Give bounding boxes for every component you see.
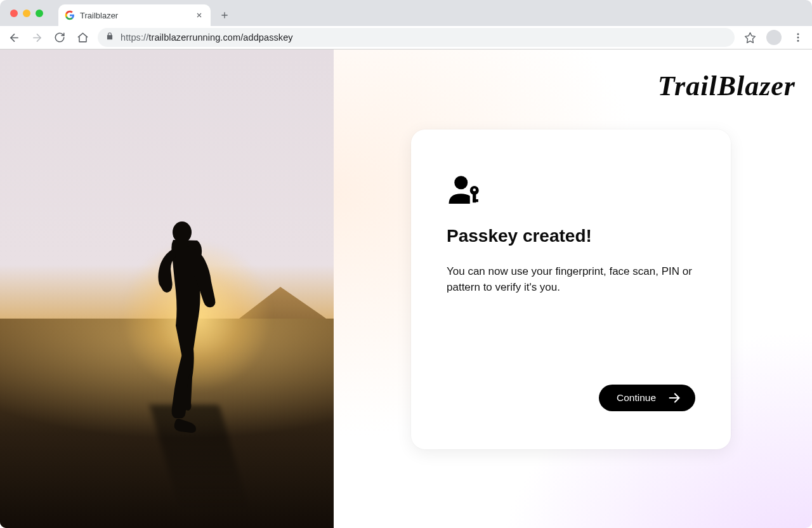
card-body-text: You can now use your fingerprint, face s… — [447, 264, 695, 295]
tab-close-button[interactable] — [194, 10, 204, 20]
browser-chrome: Trailblazer https://trailblazerrunnin — [0, 0, 812, 50]
svg-point-3 — [173, 221, 192, 243]
svg-point-4 — [454, 176, 468, 189]
nav-reload-button[interactable] — [52, 30, 67, 45]
svg-point-1 — [797, 37, 799, 39]
arrow-right-icon — [667, 391, 681, 405]
tab-title: Trailblazer — [80, 11, 189, 20]
nav-home-button[interactable] — [75, 30, 90, 45]
page-viewport: TrailBlazer Passkey created! You can now… — [0, 50, 812, 528]
passkey-icon — [447, 174, 482, 207]
content-panel: TrailBlazer Passkey created! You can now… — [334, 50, 812, 528]
lock-icon — [105, 32, 114, 43]
nav-back-button[interactable] — [6, 30, 22, 45]
window-fullscreen-button[interactable] — [36, 10, 43, 17]
svg-point-2 — [797, 40, 799, 42]
brand-logo: TrailBlazer — [658, 70, 796, 102]
window-controls — [6, 0, 47, 26]
browser-menu-button[interactable] — [790, 30, 806, 45]
new-tab-button[interactable] — [216, 6, 233, 24]
profile-avatar[interactable] — [766, 30, 782, 45]
card-heading: Passkey created! — [447, 226, 695, 246]
svg-rect-7 — [473, 199, 478, 202]
tab-strip: Trailblazer — [0, 0, 812, 26]
passkey-card: Passkey created! You can now use your fi… — [411, 129, 731, 449]
runner-silhouette — [143, 221, 232, 437]
browser-toolbar: https://trailblazerrunning.com/addpasske… — [0, 26, 812, 49]
toolbar-right — [742, 30, 806, 45]
continue-label: Continue — [617, 392, 656, 404]
svg-point-0 — [797, 33, 799, 35]
url-text: https://trailblazerrunning.com/addpasske… — [121, 32, 293, 43]
url-bar[interactable]: https://trailblazerrunning.com/addpasske… — [98, 28, 735, 47]
bookmark-button[interactable] — [742, 30, 757, 45]
hero-image — [0, 50, 334, 528]
svg-point-8 — [473, 188, 476, 191]
continue-button[interactable]: Continue — [599, 385, 695, 411]
window-close-button[interactable] — [10, 10, 18, 17]
browser-tab[interactable]: Trailblazer — [58, 4, 211, 26]
window-minimize-button[interactable] — [23, 10, 30, 17]
tab-favicon — [65, 10, 75, 20]
nav-forward-button[interactable] — [29, 30, 44, 45]
